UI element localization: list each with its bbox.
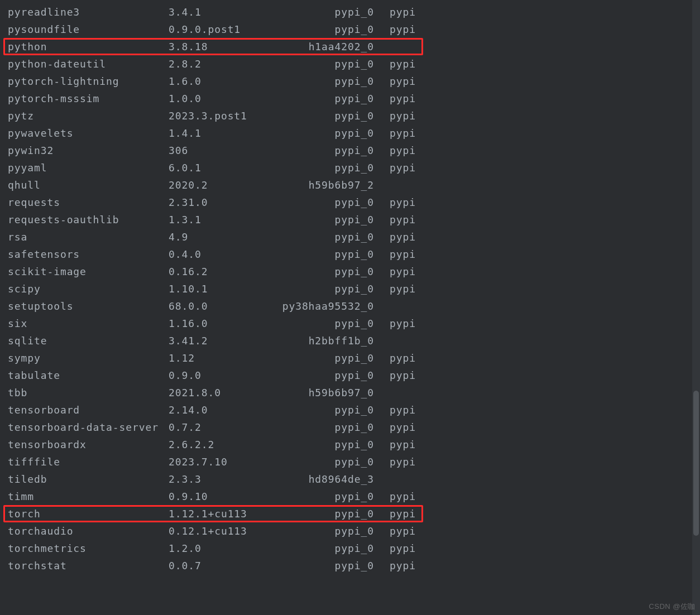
package-build: pypi_0 <box>271 540 374 557</box>
package-name: scipy <box>8 280 41 297</box>
package-name: six <box>8 315 27 332</box>
package-row: python-dateutil2.8.2pypi_0pypi <box>8 55 700 73</box>
package-version: 0.12.1+cu113 <box>169 522 247 540</box>
package-row: tbb2021.8.0h59b6b97_0 <box>8 384 700 401</box>
package-build: pypi_0 <box>271 488 374 505</box>
package-name: requests <box>8 194 60 211</box>
package-name: torchstat <box>8 557 67 574</box>
package-channel: pypi <box>390 21 416 38</box>
package-channel: pypi <box>390 522 416 540</box>
scrollbar-thumb[interactable] <box>693 391 699 536</box>
package-version: 2.3.3 <box>169 470 202 488</box>
package-row: tensorboard2.14.0pypi_0pypi <box>8 401 700 419</box>
package-channel: pypi <box>390 349 416 367</box>
package-channel: pypi <box>390 90 416 107</box>
package-version: 2.6.2.2 <box>169 436 214 453</box>
package-build: pypi_0 <box>271 159 374 176</box>
package-channel: pypi <box>390 246 416 263</box>
package-version: 0.9.0.post1 <box>169 21 241 38</box>
package-version: 0.9.10 <box>169 488 208 505</box>
package-name: timm <box>8 488 34 505</box>
package-row: sympy1.12pypi_0pypi <box>8 349 700 367</box>
package-name: requests-oauthlib <box>8 211 119 228</box>
package-name: torchmetrics <box>8 540 87 557</box>
package-name: tiledb <box>8 470 47 488</box>
package-build: pypi_0 <box>271 315 374 332</box>
package-channel: pypi <box>390 401 416 419</box>
package-row: requests-oauthlib1.3.1pypi_0pypi <box>8 211 700 228</box>
package-name: pytorch-lightning <box>8 73 119 90</box>
package-version: 3.41.2 <box>169 332 208 349</box>
package-channel: pypi <box>390 107 416 124</box>
package-build: pypi_0 <box>271 90 374 107</box>
package-version: 3.4.1 <box>169 3 202 21</box>
package-row: torch1.12.1+cu113pypi_0pypi <box>8 505 700 522</box>
package-channel: pypi <box>390 315 416 332</box>
package-version: 2.14.0 <box>169 401 208 419</box>
scrollbar-track[interactable] <box>692 0 700 615</box>
package-row: setuptools68.0.0py38haa95532_0 <box>8 297 700 315</box>
package-version: 1.3.1 <box>169 211 202 228</box>
package-version: 1.0.0 <box>169 90 202 107</box>
package-name: tensorboard <box>8 401 80 419</box>
package-build: pypi_0 <box>271 419 374 436</box>
package-version: 6.0.1 <box>169 159 202 176</box>
package-channel: pypi <box>390 211 416 228</box>
package-build: pypi_0 <box>271 557 374 574</box>
package-channel: pypi <box>390 263 416 280</box>
package-version: 1.12.1+cu113 <box>169 505 247 522</box>
package-name: tifffile <box>8 453 60 470</box>
package-version: 0.0.7 <box>169 557 202 574</box>
package-name: pytorch-msssim <box>8 90 99 107</box>
package-channel: pypi <box>390 228 416 246</box>
package-version: 1.2.0 <box>169 540 202 557</box>
package-name: sympy <box>8 349 41 367</box>
package-build: h59b6b97_2 <box>271 176 374 194</box>
package-build: pypi_0 <box>271 124 374 142</box>
package-build: pypi_0 <box>271 436 374 453</box>
package-channel: pypi <box>390 540 416 557</box>
package-version: 3.8.18 <box>169 38 208 55</box>
package-version: 1.4.1 <box>169 124 202 142</box>
package-version: 2.8.2 <box>169 55 202 73</box>
package-row: pytz2023.3.post1pypi_0pypi <box>8 107 700 124</box>
package-build: pypi_0 <box>271 280 374 297</box>
package-name: sqlite <box>8 332 47 349</box>
package-channel: pypi <box>390 453 416 470</box>
package-row: safetensors0.4.0pypi_0pypi <box>8 246 700 263</box>
package-row: pywin32306pypi_0pypi <box>8 142 700 159</box>
package-version: 306 <box>169 142 188 159</box>
package-row: tiledb2.3.3hd8964de_3 <box>8 470 700 488</box>
package-row: six1.16.0pypi_0pypi <box>8 315 700 332</box>
package-row: pywavelets1.4.1pypi_0pypi <box>8 124 700 142</box>
package-name: python-dateutil <box>8 55 106 73</box>
package-build: pypi_0 <box>271 194 374 211</box>
package-row: tensorboard-data-server0.7.2pypi_0pypi <box>8 419 700 436</box>
package-row: pyreadline33.4.1pypi_0pypi <box>8 3 700 21</box>
package-name: pytz <box>8 107 34 124</box>
package-row: tabulate0.9.0pypi_0pypi <box>8 367 700 384</box>
terminal-output: pyreadline33.4.1pypi_0pypipysoundfile0.9… <box>0 0 700 615</box>
package-row: timm0.9.10pypi_0pypi <box>8 488 700 505</box>
package-channel: pypi <box>390 124 416 142</box>
package-version: 1.10.1 <box>169 280 208 297</box>
package-version: 0.4.0 <box>169 246 202 263</box>
package-version: 68.0.0 <box>169 297 208 315</box>
package-name: rsa <box>8 228 27 246</box>
package-channel: pypi <box>390 159 416 176</box>
package-build: pypi_0 <box>271 349 374 367</box>
package-name: pywin32 <box>8 142 54 159</box>
package-row: pysoundfile0.9.0.post1pypi_0pypi <box>8 21 700 38</box>
package-channel: pypi <box>390 280 416 297</box>
package-build: pypi_0 <box>271 367 374 384</box>
package-version: 2023.7.10 <box>169 453 228 470</box>
package-row: torchaudio0.12.1+cu113pypi_0pypi <box>8 522 700 540</box>
package-channel: pypi <box>390 505 416 522</box>
package-name: setuptools <box>8 297 73 315</box>
package-name: pysoundfile <box>8 21 80 38</box>
package-name: scikit-image <box>8 263 87 280</box>
package-row: pytorch-lightning1.6.0pypi_0pypi <box>8 73 700 90</box>
package-row: torchmetrics1.2.0pypi_0pypi <box>8 540 700 557</box>
package-version: 4.9 <box>169 228 188 246</box>
package-name: safetensors <box>8 246 80 263</box>
